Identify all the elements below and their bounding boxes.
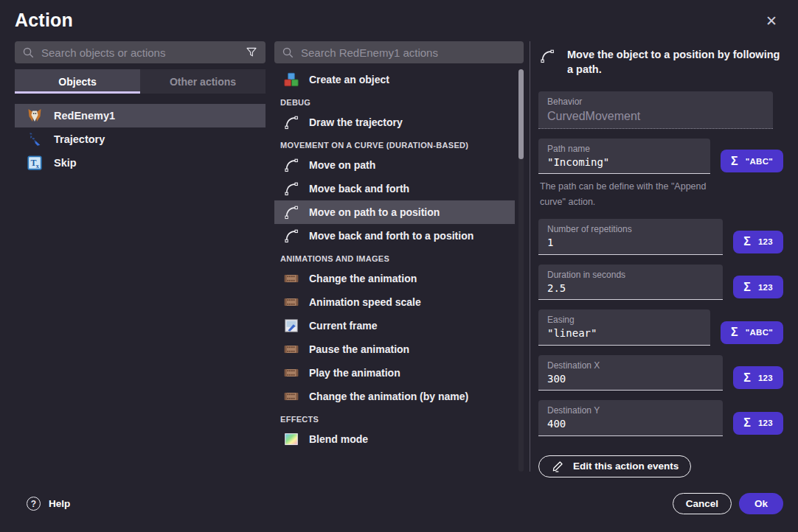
parameter-fields: Behavior CurvedMovement Path name "Incom… [538,91,783,436]
expression-editor-button[interactable]: Σ 123 [733,366,783,389]
dialog-content: Objects Other actions RedEnemy1 Trajecto… [0,37,798,475]
field-helper-text: The path can be define with the "Append … [538,179,710,209]
parameter-field[interactable]: Destination X 300 [538,355,723,391]
actions-search-input[interactable] [301,46,516,59]
sigma-icon: Σ [743,281,751,293]
search-icon [282,46,294,59]
curve-icon [283,228,299,244]
action-list-item[interactable]: Move back and forth to a position [274,224,515,248]
cancel-button[interactable]: Cancel [673,493,732,514]
close-icon[interactable]: ✕ [760,10,783,32]
field-value[interactable]: 2.5 [547,282,714,295]
curve-icon [538,47,556,65]
section-header: ANIMATIONS AND IMAGES [274,248,515,267]
curve-icon [283,204,299,220]
field-value[interactable]: CurvedMovement [547,109,764,124]
search-icon [22,46,35,59]
action-description: Move the object to a position by followi… [567,47,783,77]
parameter-field[interactable]: Duration in seconds 2.5 [538,265,723,301]
action-label: Change the animation (by name) [309,391,468,402]
action-list-item[interactable]: Pause the animation [274,337,515,361]
sigma-icon: Σ [731,326,738,338]
parameter-row: Easing "linear" Σ "ABC" [538,309,783,346]
help-button[interactable]: ? Help [27,497,70,511]
action-label: Create an object [309,74,389,85]
action-label: Change the animation [309,273,417,284]
scrollbar-thumb[interactable] [518,69,524,159]
action-list-item[interactable]: Move on path [274,153,515,177]
film-icon [283,270,299,287]
objects-search-input[interactable] [41,46,238,59]
expression-type-label: "ABC" [746,157,773,166]
field-label: Destination Y [547,405,714,416]
dialog-header: Action ✕ [0,0,798,37]
object-list-item[interactable]: RedEnemy1 [15,104,266,127]
parameter-field[interactable]: Path name "Incoming" [538,139,710,175]
parameter-row: Duration in seconds 2.5 Σ 123 [538,265,783,301]
object-list-item[interactable]: Tx Skip [15,151,266,175]
page-title: Action [15,10,73,31]
curve-icon [283,157,299,173]
expression-editor-button[interactable]: Σ 123 [733,231,783,253]
action-list-item[interactable]: Move on path to a position [274,200,515,224]
help-icon: ? [27,497,41,511]
parameter-field[interactable]: Behavior CurvedMovement [538,91,773,129]
action-description-row: Move the object to a position by followi… [538,47,783,77]
red-enemy-sprite-icon [26,107,44,125]
expression-type-label: 123 [758,283,773,292]
parameter-field[interactable]: Easing "linear" [538,309,710,346]
parameter-row: Number of repetitions 1 Σ 123 [538,219,783,255]
curve-icon [283,181,299,197]
actions-panel: Create an object DEBUG Draw the trajecto… [274,41,524,475]
expression-type-label: 123 [758,374,773,382]
field-value[interactable]: "linear" [547,327,701,340]
object-list: RedEnemy1 Trajectory Tx Skip [15,104,266,175]
field-label: Number of repetitions [547,224,714,234]
scrollbar-track[interactable] [518,69,524,472]
action-list-item[interactable]: Change the animation [274,267,515,290]
action-list-item[interactable]: Animation speed scale [274,290,515,314]
action-list-item[interactable]: Move back and forth [274,177,515,200]
parameter-field[interactable]: Destination Y 400 [538,400,723,436]
curve-icon [283,114,299,130]
field-value[interactable]: "Incoming" [547,156,701,169]
object-list-item[interactable]: Trajectory [15,127,266,151]
action-label: Draw the trajectory [309,116,403,128]
field-value[interactable]: 300 [547,373,714,386]
action-list-item[interactable]: Draw the trajectory [274,111,515,134]
text-object-icon: Tx [26,154,44,172]
parameter-row: Destination X 300 Σ 123 [538,355,783,391]
expression-editor-button[interactable]: Σ 123 [733,412,783,435]
edit-action-events-button[interactable]: Edit this action events [538,455,691,477]
field-value[interactable]: 1 [547,237,714,250]
section-header: MOVEMENT ON A CURVE (DURATION-BASED) [274,134,515,153]
expression-type-label: 123 [758,419,773,427]
filter-icon[interactable] [245,46,258,59]
film-icon [283,388,299,405]
action-list-item[interactable]: Current frame [274,314,515,337]
expression-editor-button[interactable]: Σ "ABC" [721,321,783,344]
expression-editor-button[interactable]: Σ "ABC" [721,150,783,172]
field-label: Duration in seconds [547,270,714,280]
parameter-row: Destination Y 400 Σ 123 [538,400,783,436]
expression-editor-button[interactable]: Σ 123 [733,276,783,298]
action-label: Move on path [309,159,375,171]
section-header: DEBUG [274,91,515,111]
action-label: Blend mode [309,433,368,445]
film-icon [283,341,299,357]
parameter-field[interactable]: Number of repetitions 1 [538,219,723,255]
action-list-item[interactable]: Play the animation [274,361,515,385]
ok-button[interactable]: Ok [739,493,783,514]
sigma-icon: Σ [743,417,751,429]
tab[interactable]: Other actions [140,69,266,94]
field-value[interactable]: 400 [547,418,714,431]
action-list-item[interactable]: Create an object [274,68,515,91]
action-list-item[interactable]: Blend mode [274,427,515,451]
object-label: Trajectory [54,133,105,145]
action-list-item[interactable]: Change the animation (by name) [274,385,515,408]
field-label: Behavior [547,97,764,107]
action-label: Current frame [309,320,378,332]
tab[interactable]: Objects [15,69,140,94]
cubes-icon [283,71,299,88]
action-list: Create an object DEBUG Draw the trajecto… [274,68,524,475]
